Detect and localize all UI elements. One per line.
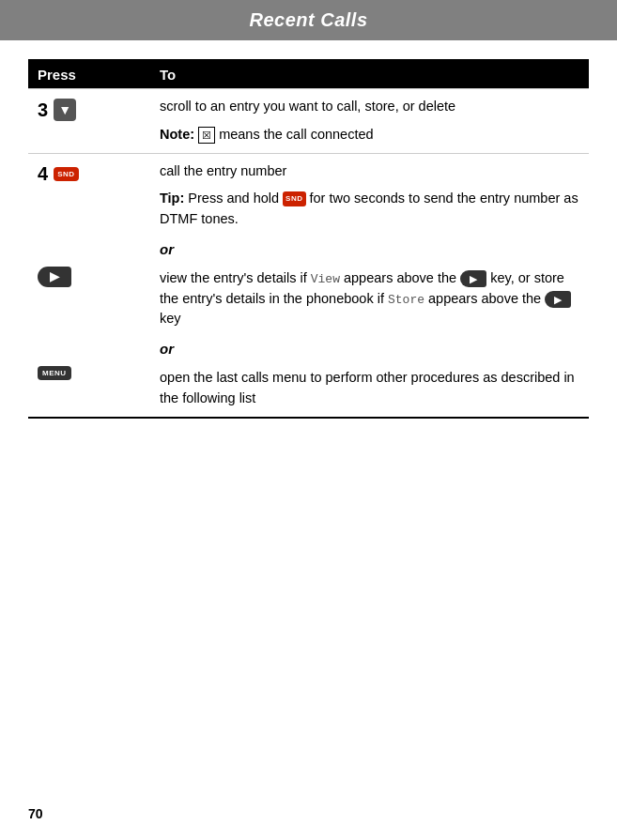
arrow-inline-icon-2: ▶ bbox=[545, 291, 571, 308]
col-to-header: To bbox=[150, 60, 589, 89]
table-row-4: 4 SND call the entry number Tip: Press a… bbox=[28, 153, 589, 237]
press-number-4: 4 bbox=[38, 163, 48, 185]
page-header: Recent Calls bbox=[0, 0, 617, 40]
to-arrow-text-2: appears above the bbox=[340, 270, 460, 285]
press-cell-3-content: 3 ▼ bbox=[38, 99, 141, 121]
arrow-inline-icon: ▶ bbox=[460, 270, 486, 287]
page-footer: 70 bbox=[28, 806, 43, 821]
to-arrow-text-4: appears above the bbox=[424, 291, 545, 306]
press-cell-menu: MENU bbox=[28, 360, 150, 418]
tip-text: Press and hold bbox=[188, 191, 283, 206]
to-main-4: call the entry number bbox=[160, 161, 579, 182]
note-text: means the call connected bbox=[219, 127, 373, 142]
to-cell-menu: open the last calls menu to perform othe… bbox=[150, 360, 589, 418]
main-table: Press To 3 ▼ scroll to an entry you want… bbox=[28, 59, 589, 419]
or-label-2: or bbox=[150, 337, 589, 360]
or-row-1: or bbox=[28, 237, 589, 261]
or-press-1 bbox=[28, 237, 150, 261]
snd-small-icon: SND bbox=[283, 191, 305, 206]
press-cell-4-content: 4 SND bbox=[38, 163, 141, 185]
view-text: View bbox=[311, 272, 340, 286]
page-title: Recent Calls bbox=[0, 9, 617, 31]
to-main-3: scroll to an entry you want to call, sto… bbox=[160, 97, 579, 117]
note-label: Note: bbox=[160, 127, 194, 142]
menu-icon: MENU bbox=[38, 366, 71, 380]
scroll-icon: ▼ bbox=[54, 99, 76, 121]
to-arrow-text-5: key bbox=[160, 311, 181, 326]
press-cell-arrow: ▶ bbox=[28, 261, 150, 337]
or-press-2 bbox=[28, 337, 150, 360]
press-cell-4: 4 SND bbox=[28, 153, 150, 237]
to-cell-arrow: view the entry's details if View appears… bbox=[150, 261, 589, 337]
to-cell-4: call the entry number Tip: Press and hol… bbox=[150, 153, 589, 237]
or-row-2: or bbox=[28, 337, 589, 360]
col-press-header: Press bbox=[28, 60, 150, 89]
table-header-row: Press To bbox=[28, 60, 589, 89]
to-arrow-text-1: view the entry's details if bbox=[160, 270, 311, 285]
snd-icon: SND bbox=[54, 167, 78, 181]
press-number-3: 3 bbox=[38, 99, 48, 121]
to-cell-3: scroll to an entry you want to call, sto… bbox=[150, 89, 589, 154]
to-note-3: Note: ☒ means the call connected bbox=[160, 125, 579, 145]
cross-icon: ☒ bbox=[198, 127, 215, 144]
table-row-3: 3 ▼ scroll to an entry you want to call,… bbox=[28, 89, 589, 154]
left-arrow-icon: ▶ bbox=[38, 267, 71, 287]
content-area: Press To 3 ▼ scroll to an entry you want… bbox=[0, 40, 617, 447]
or-label-1: or bbox=[150, 237, 589, 261]
table-row-menu: MENU open the last calls menu to perform… bbox=[28, 360, 589, 418]
tip-label: Tip: bbox=[160, 191, 184, 206]
press-cell-menu-content: MENU bbox=[38, 366, 141, 380]
page-number: 70 bbox=[28, 806, 43, 821]
to-tip-4: Tip: Press and hold SND for two seconds … bbox=[160, 189, 579, 230]
press-cell-3: 3 ▼ bbox=[28, 89, 150, 154]
store-text: Store bbox=[388, 293, 424, 307]
press-cell-arrow-content: ▶ bbox=[38, 267, 141, 287]
table-row-arrow: ▶ view the entry's details if View appea… bbox=[28, 261, 589, 337]
to-menu-text: open the last calls menu to perform othe… bbox=[160, 370, 575, 405]
